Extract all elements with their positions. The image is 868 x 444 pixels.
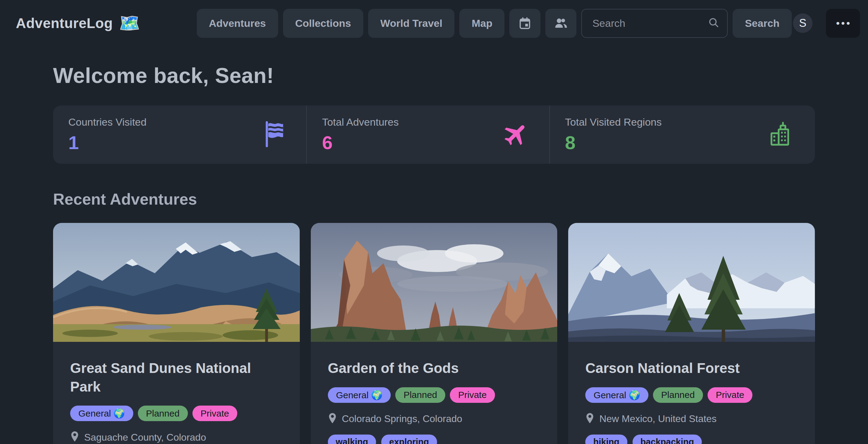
badge-visibility: Private	[450, 387, 495, 403]
card-title: Carson National Forest	[585, 359, 798, 378]
badge-visibility: Private	[192, 406, 237, 421]
stat-countries-visited: Countries Visited 1	[53, 105, 306, 164]
nav-cluster: Adventures Collections World Travel Map	[197, 9, 792, 38]
tag-pill: exploring	[381, 435, 437, 444]
stat-label: Countries Visited	[68, 116, 260, 128]
main-content: Welcome back, Sean! Countries Visited 1 …	[0, 63, 868, 444]
nav-link-map[interactable]: Map	[459, 9, 504, 38]
tag-pill: backpacking	[632, 435, 702, 444]
page-title: Welcome back, Sean!	[53, 63, 815, 88]
card-body: Great Sand Dunes National Park General 🌍…	[53, 342, 300, 444]
card-image-sand-dunes	[53, 223, 300, 342]
badge-category: General 🌍	[585, 387, 648, 403]
users-icon	[554, 16, 568, 31]
nav-link-collections[interactable]: Collections	[283, 9, 363, 38]
overflow-menu-button[interactable]: •••	[826, 9, 860, 38]
airplane-icon	[502, 120, 530, 150]
avatar-initial: S	[799, 17, 806, 30]
navbar: AdventureLog 🗺️ Adventures Collections W…	[0, 0, 868, 46]
brand[interactable]: AdventureLog 🗺️	[16, 14, 140, 32]
tag-row: walking exploring	[328, 435, 540, 444]
location-pin-icon	[70, 431, 79, 444]
card-body: Garden of the Gods General 🌍 Planned Pri…	[311, 342, 558, 444]
nav-link-adventures[interactable]: Adventures	[197, 9, 278, 38]
brand-name: AdventureLog	[16, 15, 113, 31]
users-button[interactable]	[545, 9, 577, 38]
adventure-card[interactable]: Great Sand Dunes National Park General 🌍…	[53, 223, 300, 444]
badge-row: General 🌍 Planned Private	[70, 406, 283, 421]
city-icon	[769, 121, 796, 149]
tag-row: hiking backpacking	[585, 435, 798, 444]
calendar-icon	[518, 16, 532, 30]
badge-visibility: Private	[708, 387, 752, 403]
nav-link-world-travel[interactable]: World Travel	[368, 9, 455, 38]
badge-status: Planned	[395, 387, 445, 403]
calendar-button[interactable]	[509, 9, 540, 38]
adventure-card[interactable]: Carson National Forest General 🌍 Planned…	[568, 223, 815, 444]
stat-value: 1	[68, 132, 260, 153]
badge-category: General 🌍	[70, 406, 133, 421]
navbar-right-group: S •••	[793, 9, 860, 38]
card-location: Saguache County, Colorado	[84, 432, 206, 443]
avatar[interactable]: S	[793, 13, 812, 33]
search-wrap	[581, 9, 728, 38]
card-body: Carson National Forest General 🌍 Planned…	[568, 342, 815, 444]
stat-label: Total Adventures	[322, 116, 503, 128]
stat-value: 6	[322, 132, 503, 153]
badge-status: Planned	[653, 387, 703, 403]
location-pin-icon	[328, 413, 337, 425]
card-title: Great Sand Dunes National Park	[70, 359, 283, 396]
tag-pill: walking	[328, 435, 376, 444]
stats-panel: Countries Visited 1 Total Adventures 6	[53, 105, 815, 164]
badge-row: General 🌍 Planned Private	[585, 387, 798, 403]
ellipsis-icon: •••	[836, 18, 851, 29]
card-image-carson-forest	[568, 223, 815, 342]
stat-total-visited-regions: Total Visited Regions 8	[549, 105, 815, 164]
badge-row: General 🌍 Planned Private	[328, 387, 540, 403]
search-submit-button[interactable]: Search	[733, 9, 792, 38]
badge-status: Planned	[138, 406, 188, 421]
search-icon	[708, 17, 720, 30]
card-title: Garden of the Gods	[328, 359, 540, 378]
recent-adventures-grid: Great Sand Dunes National Park General 🌍…	[53, 223, 815, 444]
adventure-card[interactable]: Garden of the Gods General 🌍 Planned Pri…	[311, 223, 558, 444]
adventurelog-app: AdventureLog 🗺️ Adventures Collections W…	[0, 0, 868, 444]
stat-total-adventures: Total Adventures 6	[306, 105, 549, 164]
stat-label: Total Visited Regions	[565, 116, 769, 128]
card-image-garden-of-the-gods	[311, 223, 558, 342]
section-title: Recent Adventures	[53, 190, 815, 208]
card-location-row: Saguache County, Colorado	[70, 431, 283, 444]
tag-pill: hiking	[585, 435, 627, 444]
card-location-row: New Mexico, United States	[585, 413, 798, 425]
stat-value: 8	[565, 132, 769, 153]
card-location: New Mexico, United States	[599, 413, 716, 424]
location-pin-icon	[585, 413, 594, 425]
card-location-row: Colorado Springs, Colorado	[328, 413, 540, 425]
flag-icon	[262, 121, 287, 149]
search-input[interactable]	[581, 9, 728, 38]
badge-category: General 🌍	[328, 387, 391, 403]
card-location: Colorado Springs, Colorado	[342, 413, 462, 424]
world-map-emoji: 🗺️	[119, 14, 140, 32]
